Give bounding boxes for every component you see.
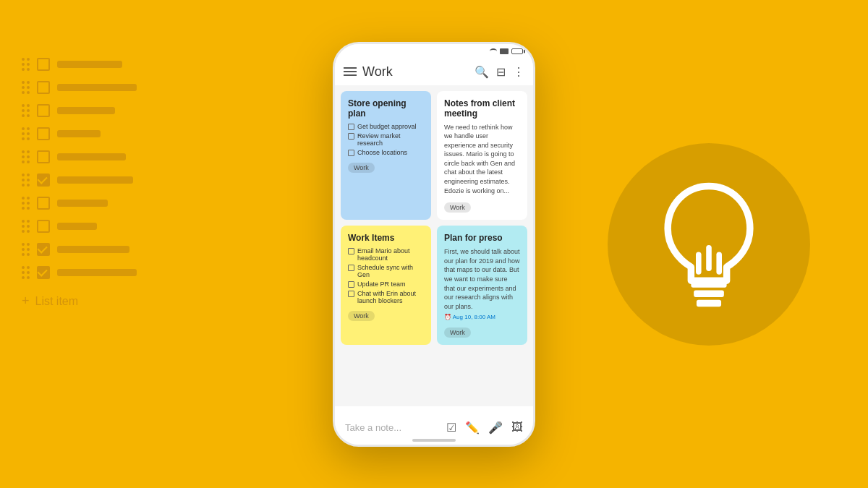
unchecked-checkbox-icon[interactable] xyxy=(37,150,50,163)
wifi-icon xyxy=(490,48,497,54)
list-item-bar xyxy=(57,176,133,184)
note-item-1: Email Mario about headcount xyxy=(348,247,424,262)
list-row xyxy=(22,81,137,94)
take-note-placeholder[interactable]: Take a note... xyxy=(345,422,401,433)
signal-icon xyxy=(500,48,509,54)
note-item-2: Review market research xyxy=(348,132,424,147)
checkbox-7 xyxy=(348,291,354,297)
note-title: Work Items xyxy=(348,233,424,243)
note-plan-preso[interactable]: Plan for preso First, we should talk abo… xyxy=(437,226,527,345)
list-item-bar xyxy=(57,107,115,114)
more-options-icon[interactable]: ⋮ xyxy=(513,65,524,79)
list-row xyxy=(22,220,137,233)
note-body: We need to rethink how we handle user ex… xyxy=(444,123,520,196)
note-item-1: Get budget approval xyxy=(348,123,424,130)
list-row xyxy=(22,197,137,210)
checked-checkbox-icon[interactable] xyxy=(37,266,50,279)
note-title: Notes from client meeting xyxy=(444,98,520,119)
list-item-bar xyxy=(57,269,137,276)
unchecked-checkbox-icon[interactable] xyxy=(37,197,50,210)
phone-status-bar xyxy=(335,44,533,59)
svg-rect-2 xyxy=(697,299,721,306)
note-date: ⏰ Aug 10, 8:00 AM xyxy=(444,314,520,320)
list-item-bar xyxy=(57,61,122,68)
note-tag-work[interactable]: Work xyxy=(348,311,375,321)
list-row xyxy=(22,104,137,117)
drag-dots-icon xyxy=(22,81,30,94)
phone-toolbar: Work 🔍 ⊟ ⋮ xyxy=(335,59,533,85)
add-list-item-label: List item xyxy=(35,295,79,308)
search-icon[interactable]: 🔍 xyxy=(475,65,489,79)
list-row xyxy=(22,150,137,163)
add-icon: + xyxy=(22,294,30,309)
checkbox-6 xyxy=(348,281,354,288)
checkbox-5 xyxy=(348,265,354,271)
unchecked-checkbox-icon[interactable] xyxy=(37,127,50,140)
notes-grid: Store opening plan Get budget approval R… xyxy=(335,85,533,406)
note-tag-work[interactable]: Work xyxy=(444,202,471,213)
note-item-3: Update PR team xyxy=(348,281,424,288)
unchecked-checkbox-icon[interactable] xyxy=(37,220,50,233)
drag-dots-icon xyxy=(22,243,30,256)
note-tag-work[interactable]: Work xyxy=(348,163,375,173)
drag-dots-icon xyxy=(22,174,30,187)
list-row xyxy=(22,58,137,71)
drag-dots-icon xyxy=(22,266,30,279)
unchecked-checkbox-icon[interactable] xyxy=(37,104,50,117)
note-work-items[interactable]: Work Items Email Mario about headcount S… xyxy=(341,226,431,345)
note-item-3: Choose locations xyxy=(348,149,424,156)
phone-body: Work 🔍 ⊟ ⋮ Store opening plan Get budget… xyxy=(333,42,535,447)
list-item-bar xyxy=(57,223,97,230)
checkbox-3 xyxy=(348,150,354,156)
list-row xyxy=(22,174,137,187)
bottom-action-icons: ☑ ✏️ 🎤 🖼 xyxy=(446,421,523,435)
note-item-4: Chat with Erin about launch blockers xyxy=(348,290,424,304)
svg-rect-1 xyxy=(694,290,724,296)
lightbulb-icon xyxy=(651,179,767,309)
list-item-bar xyxy=(57,200,108,207)
phone-home-bar xyxy=(412,439,456,442)
draw-icon[interactable]: ✏️ xyxy=(465,421,480,435)
drag-dots-icon xyxy=(22,104,30,117)
drag-dots-icon xyxy=(22,150,30,163)
list-item-bar xyxy=(57,153,126,160)
checked-checkbox-icon[interactable] xyxy=(37,243,50,256)
note-title: Store opening plan xyxy=(348,98,424,119)
note-title: Plan for preso xyxy=(444,233,520,243)
checklist-icon[interactable]: ☑ xyxy=(446,421,456,435)
battery-icon xyxy=(511,48,523,54)
note-tag-work[interactable]: Work xyxy=(444,328,471,338)
voice-icon[interactable]: 🎤 xyxy=(488,421,503,435)
list-row xyxy=(22,243,137,256)
checked-checkbox-icon[interactable] xyxy=(37,174,50,187)
note-item-2: Schedule sync with Gen xyxy=(348,264,424,278)
note-store-opening[interactable]: Store opening plan Get budget approval R… xyxy=(341,91,431,221)
note-body: First, we should talk about our plan for… xyxy=(444,247,520,311)
svg-rect-0 xyxy=(691,281,726,287)
drag-dots-icon xyxy=(22,58,30,71)
list-item-bar xyxy=(57,246,129,253)
checkbox-1 xyxy=(348,124,354,130)
right-lightbulb-decoration xyxy=(608,143,810,346)
note-client-meeting[interactable]: Notes from client meeting We need to ret… xyxy=(437,91,527,221)
left-list-decoration: + List item xyxy=(22,58,137,309)
list-item-bar xyxy=(57,130,101,137)
checkbox-4 xyxy=(348,248,354,254)
unchecked-checkbox-icon[interactable] xyxy=(37,81,50,94)
phone-mockup: Work 🔍 ⊟ ⋮ Store opening plan Get budget… xyxy=(333,42,535,447)
list-row xyxy=(22,127,137,140)
drag-dots-icon xyxy=(22,127,30,140)
drag-dots-icon xyxy=(22,197,30,210)
image-icon[interactable]: 🖼 xyxy=(511,421,523,435)
add-list-item-row[interactable]: + List item xyxy=(22,294,137,309)
list-item-bar xyxy=(57,84,137,91)
toolbar-title: Work xyxy=(362,64,393,80)
drag-dots-icon xyxy=(22,220,30,233)
grid-view-icon[interactable]: ⊟ xyxy=(496,65,506,79)
list-row xyxy=(22,266,137,279)
hamburger-menu[interactable] xyxy=(344,67,357,76)
checkbox-2 xyxy=(348,133,354,140)
unchecked-checkbox-icon[interactable] xyxy=(37,58,50,71)
lightbulb-circle xyxy=(608,143,810,346)
